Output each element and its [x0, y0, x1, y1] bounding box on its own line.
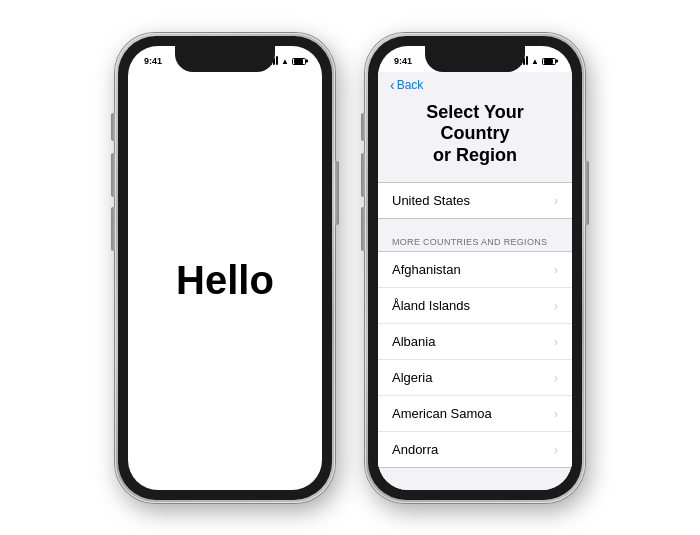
list-item[interactable]: Afghanistan › [378, 252, 572, 288]
top-country-section: United States › [378, 182, 572, 219]
chevron-right-icon: › [554, 194, 558, 208]
list-item[interactable]: United States › [378, 183, 572, 218]
chevron-right-icon: › [554, 443, 558, 457]
back-label: Back [397, 78, 424, 92]
chevron-right-icon: › [554, 263, 558, 277]
hello-text: Hello [176, 258, 274, 303]
country-name: Algeria [392, 370, 432, 385]
phone-1: 9:41 ▲ Hello [115, 33, 335, 503]
more-countries-header: MORE COUNTRIES AND REGIONS [378, 231, 572, 251]
notch-2 [425, 46, 525, 72]
notch-1 [175, 46, 275, 72]
list-item[interactable]: American Samoa › [378, 396, 572, 432]
hello-screen: Hello [128, 72, 322, 490]
list-item[interactable]: Albania › [378, 324, 572, 360]
chevron-right-icon: › [554, 335, 558, 349]
battery-icon-1 [292, 58, 306, 65]
list-item[interactable]: Åland Islands › [378, 288, 572, 324]
country-screen: ‹ Back Select Your Country or Region Uni… [378, 72, 572, 490]
time-2: 9:41 [394, 56, 412, 66]
time-1: 9:41 [144, 56, 162, 66]
countries-section: Afghanistan › Åland Islands › Albania › … [378, 251, 572, 468]
battery-icon-2 [542, 58, 556, 65]
country-name: Andorra [392, 442, 438, 457]
chevron-right-icon: › [554, 299, 558, 313]
phone-2: 9:41 ▲ ‹ [365, 33, 585, 503]
chevron-right-icon: › [554, 407, 558, 421]
country-name: United States [392, 193, 470, 208]
back-button[interactable]: ‹ Back [390, 78, 423, 92]
country-name: American Samoa [392, 406, 492, 421]
country-name: Åland Islands [392, 298, 470, 313]
wifi-icon-1: ▲ [281, 57, 289, 66]
list-item[interactable]: Andorra › [378, 432, 572, 467]
country-name: Albania [392, 334, 435, 349]
country-name: Afghanistan [392, 262, 461, 277]
chevron-right-icon: › [554, 371, 558, 385]
wifi-icon-2: ▲ [531, 57, 539, 66]
list-item[interactable]: Algeria › [378, 360, 572, 396]
back-chevron-icon: ‹ [390, 78, 395, 92]
